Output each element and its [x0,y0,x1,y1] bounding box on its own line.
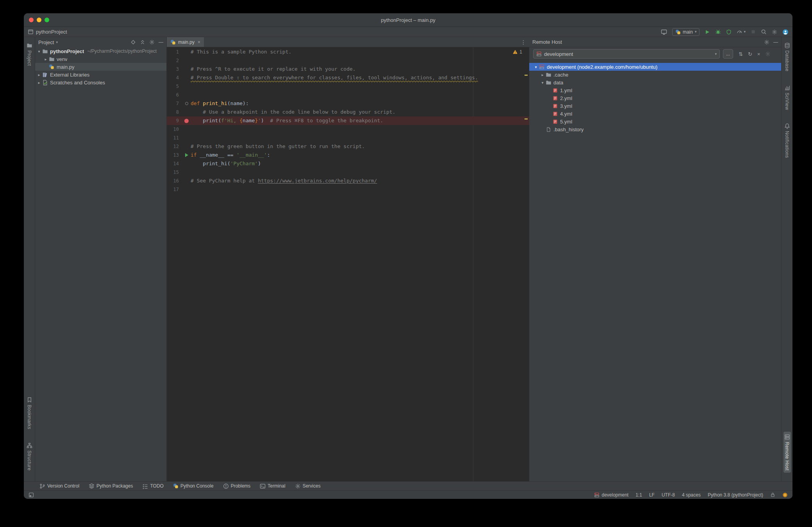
chevron-down-icon[interactable]: ▾ [533,65,539,69]
tool-button-problems[interactable]: Problems [219,482,255,490]
code-line-3[interactable]: 3# Press ^R to execute it or replace it … [167,65,529,73]
code-line-14[interactable]: 14 print_hi('PyCharm') [167,159,529,168]
code-line-5[interactable]: 5 [167,82,529,91]
code-line-2[interactable]: 2 [167,56,529,65]
zoom-window-button[interactable] [45,18,49,22]
tree-item-venv[interactable]: ▸venv [35,55,166,63]
code-line-13[interactable]: 13if __name__ == '__main__': [167,151,529,159]
tab-main-py[interactable]: main.py × [167,37,204,47]
stripe-button-project[interactable]: Project [26,40,33,68]
close-tab-icon[interactable]: × [198,39,200,45]
scrollbar-warning-mark[interactable] [525,75,528,76]
tree-item-4-yml[interactable]: 4.yml [529,110,781,118]
breakpoint-icon[interactable] [184,119,189,123]
tree-item-development-node2-example-com-home-ubuntu[interactable]: ▾development (node2.example.com/home/ubu… [529,63,781,71]
minimize-window-button[interactable] [37,18,41,22]
profiler-button[interactable]: ▾ [737,29,746,35]
code-editor[interactable]: 1# This is a sample Python script.2 3# P… [167,47,529,481]
chevron-down-icon[interactable]: ▾ [36,49,42,54]
chevron-down-icon[interactable]: ▾ [56,41,58,44]
tool-button-version-control[interactable]: Version Control [36,482,83,490]
stop-button[interactable] [751,29,756,34]
code-line-7[interactable]: 7def print_hi(name): [167,99,529,108]
code-line-6[interactable]: 6 [167,91,529,99]
chevron-down-icon[interactable]: ▾ [540,80,545,85]
chevron-right-icon[interactable]: ▸ [36,80,42,85]
close-window-button[interactable] [29,18,34,22]
scrollbar-warning-mark[interactable] [525,118,528,120]
status-caret-position[interactable]: 1:1 [635,492,642,498]
tree-item-label: .cache [553,72,568,78]
connection-settings-icon[interactable] [765,51,771,57]
settings-button[interactable] [772,29,777,35]
code-line-10[interactable]: 10 [167,125,529,134]
refresh-icon[interactable]: ↻ [748,51,752,57]
chevron-right-icon[interactable]: ▸ [36,73,42,77]
tree-item-scratches-and-consoles[interactable]: ▸Scratches and Consoles [35,79,166,86]
browse-servers-button[interactable]: ... [723,49,733,59]
lock-icon[interactable] [770,492,775,497]
panel-settings-icon[interactable] [149,39,155,45]
tool-button-services[interactable]: Services [291,482,325,490]
tree-item-main-py[interactable]: main.py [35,63,166,71]
code-line-4[interactable]: 4# Press Double ⇧ to search everywhere f… [167,73,529,82]
status-interpreter[interactable]: Python 3.8 (pythonProject) [708,492,763,498]
code-line-12[interactable]: 12# Press the green button in the gutter… [167,142,529,151]
tool-button-todo[interactable]: TODO [138,482,167,490]
update-indicator-icon[interactable] [782,492,788,498]
tree-item-external-libraries[interactable]: ▸External Libraries [35,71,166,79]
code-line-16[interactable]: 16# See PyCharm help at https://www.jetb… [167,177,529,185]
chevron-right-icon[interactable]: ▸ [540,73,545,77]
inspections-widget[interactable]: 1 [512,49,522,55]
code-line-17[interactable]: 17 [167,185,529,194]
stripe-button-bookmarks[interactable]: Bookmarks [26,395,33,432]
hide-panel-icon[interactable]: — [159,39,163,45]
locate-file-icon[interactable] [130,39,136,45]
search-everywhere-button[interactable] [761,29,767,35]
code-line-11[interactable]: 11 [167,134,529,142]
run-gutter-icon[interactable] [185,153,188,157]
sync-up-down-icon[interactable]: ⇅ [739,51,743,57]
stripe-button-sciview[interactable]: SciView [783,82,791,113]
status-indent[interactable]: 4 spaces [682,492,701,498]
code-line-15[interactable]: 15 [167,168,529,177]
avatar[interactable] [782,29,789,35]
tree-item-2-yml[interactable]: 2.yml [529,94,781,102]
stripe-button-notifications[interactable]: Notifications [783,121,791,160]
tree-item-1-yml[interactable]: 1.yml [529,86,781,94]
status-remote-interpreter[interactable]: development [594,492,628,498]
tree-item-data[interactable]: ▾data [529,79,781,86]
tree-item-5-yml[interactable]: 5.yml [529,118,781,125]
project-widget[interactable]: pythonProject [28,29,67,35]
code-line-9[interactable]: 9 print(f'Hi, {name}') # Press ⌘F8 to to… [167,116,529,125]
server-select[interactable]: development ▾ [533,49,720,59]
tree-item-pythonproject[interactable]: ▾pythonProject~/PycharmProjects/pythonPr… [35,47,166,55]
run-button[interactable] [705,29,710,35]
tree-item-3-yml[interactable]: 3.yml [529,102,781,110]
tool-button-python-packages[interactable]: Python Packages [85,482,137,490]
screen-share-button[interactable] [661,29,667,35]
stripe-button-database[interactable]: Database [783,40,791,74]
tree-item-cache[interactable]: ▸.cache [529,71,781,79]
stripe-button-structure[interactable]: Structure [26,440,33,473]
code-line-8[interactable]: 8 # Use a breakpoint in the code line be… [167,108,529,116]
stripe-button-remote-host[interactable]: Remote Host [783,432,791,473]
project-panel-title[interactable]: Project [38,39,54,45]
status-encoding[interactable]: UTF-8 [662,492,675,498]
remote-settings-icon[interactable] [764,39,769,45]
status-line-separator[interactable]: LF [649,492,655,498]
debug-button[interactable] [715,29,721,35]
chevron-right-icon[interactable]: ▸ [43,57,48,61]
tree-item-bash-history[interactable]: .bash_history [529,125,781,133]
tool-button-python-console[interactable]: Python Console [169,482,218,490]
tool-button-terminal[interactable]: Terminal [256,482,289,490]
hide-remote-panel-icon[interactable]: — [773,39,778,45]
editor-options-icon[interactable]: ⋮ [521,37,526,47]
close-connection-icon[interactable]: × [757,51,760,57]
collapse-all-icon[interactable] [140,39,145,45]
tool-window-toggle-icon[interactable] [29,492,34,498]
code-line-1[interactable]: 1# This is a sample Python script. [167,48,529,56]
coverage-button[interactable] [726,29,732,35]
title-bar: pythonProject – main.py [24,13,792,27]
run-config-select[interactable]: main▾ [672,28,700,36]
